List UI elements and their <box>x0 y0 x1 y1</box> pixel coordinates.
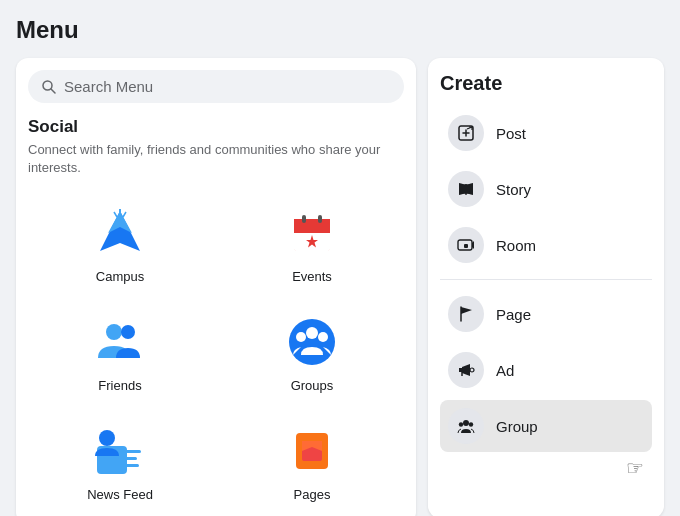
svg-point-39 <box>470 368 474 372</box>
create-ad-item[interactable]: Ad <box>440 344 652 396</box>
svg-point-20 <box>318 332 328 342</box>
svg-marker-37 <box>461 307 472 314</box>
friends-label: Friends <box>98 378 141 393</box>
create-post-item[interactable]: Post <box>440 107 652 159</box>
svg-rect-12 <box>302 215 306 223</box>
cursor-indicator: ☞ <box>440 456 652 480</box>
create-room-item[interactable]: Room <box>440 219 652 271</box>
svg-line-1 <box>51 89 55 93</box>
search-bar[interactable]: Search Menu <box>28 70 404 103</box>
story-icon <box>448 171 484 207</box>
campus-label: Campus <box>96 269 144 284</box>
news-feed-item[interactable]: News Feed <box>28 411 212 512</box>
svg-point-17 <box>289 319 335 365</box>
create-ad-label: Ad <box>496 362 514 379</box>
events-icon <box>282 203 342 263</box>
svg-point-15 <box>106 324 122 340</box>
svg-rect-13 <box>318 215 322 223</box>
create-story-label: Story <box>496 181 531 198</box>
svg-point-41 <box>459 422 463 426</box>
campus-icon <box>90 203 150 263</box>
search-placeholder: Search Menu <box>64 78 153 95</box>
room-icon <box>448 227 484 263</box>
group-create-icon <box>448 408 484 444</box>
svg-point-19 <box>296 332 306 342</box>
pages-item[interactable]: Pages <box>220 411 404 512</box>
create-room-label: Room <box>496 237 536 254</box>
news-feed-label: News Feed <box>87 487 153 502</box>
pages-icon <box>282 421 342 481</box>
svg-line-6 <box>123 212 126 217</box>
svg-rect-23 <box>123 450 141 453</box>
create-story-item[interactable]: Story <box>440 163 652 215</box>
events-label: Events <box>292 269 332 284</box>
groups-icon <box>282 312 342 372</box>
social-grid: Campus <box>28 193 404 512</box>
page-create-icon <box>448 296 484 332</box>
create-group-item[interactable]: Group <box>440 400 652 452</box>
svg-rect-35 <box>464 244 468 248</box>
svg-rect-11 <box>294 219 330 233</box>
left-panel: Search Menu Social Connect with family, … <box>16 58 416 516</box>
svg-line-5 <box>114 212 117 217</box>
right-panel: Create Post <box>428 58 664 516</box>
social-section-desc: Connect with family, friends and communi… <box>28 141 404 177</box>
groups-item[interactable]: Groups <box>220 302 404 403</box>
divider <box>440 279 652 280</box>
svg-point-42 <box>469 422 473 426</box>
create-page-label: Page <box>496 306 531 323</box>
svg-point-18 <box>306 327 318 339</box>
search-icon <box>42 80 56 94</box>
create-page-item[interactable]: Page <box>440 288 652 340</box>
ad-icon <box>448 352 484 388</box>
create-group-label: Group <box>496 418 538 435</box>
create-post-label: Post <box>496 125 526 142</box>
pages-label: Pages <box>294 487 331 502</box>
campus-item[interactable]: Campus <box>28 193 212 294</box>
svg-rect-24 <box>123 457 137 460</box>
svg-point-22 <box>99 430 115 446</box>
svg-point-16 <box>121 325 135 339</box>
page-title: Menu <box>16 16 664 44</box>
groups-label: Groups <box>291 378 334 393</box>
create-title: Create <box>440 72 652 95</box>
friends-icon <box>90 312 150 372</box>
post-icon <box>448 115 484 151</box>
news-feed-icon <box>90 421 150 481</box>
friends-item[interactable]: Friends <box>28 302 212 403</box>
svg-rect-25 <box>123 464 139 467</box>
events-item[interactable]: Events <box>220 193 404 294</box>
svg-point-40 <box>463 420 469 426</box>
social-section-title: Social <box>28 117 404 137</box>
